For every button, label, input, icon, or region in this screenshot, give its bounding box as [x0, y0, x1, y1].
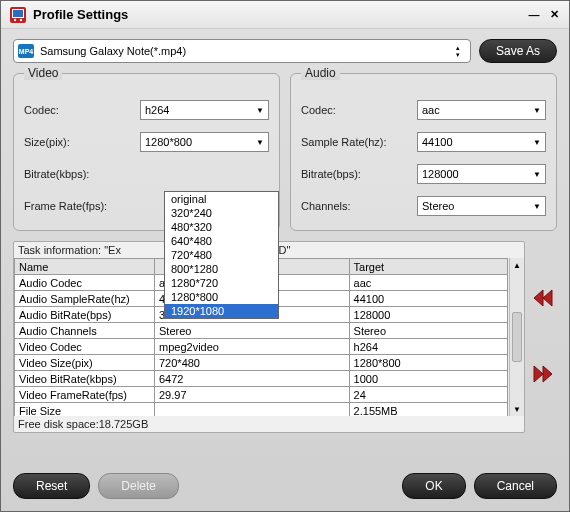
- scroll-up-icon[interactable]: ▲: [510, 258, 524, 272]
- table-cell: 720*480: [155, 355, 350, 371]
- chevron-down-icon: ▼: [533, 170, 541, 179]
- table-row: File Size2.155MB: [15, 403, 508, 417]
- profile-select-text: Samsung Galaxy Note(*.mp4): [40, 45, 450, 57]
- video-codec-value: h264: [145, 104, 169, 116]
- audio-bitrate-select[interactable]: 128000▼: [417, 164, 546, 184]
- table-header: Name: [15, 259, 155, 275]
- close-button[interactable]: ✕: [547, 8, 561, 22]
- table-cell: 128000: [349, 307, 507, 323]
- mp4-icon: MP4: [18, 44, 34, 58]
- ok-button[interactable]: OK: [402, 473, 465, 499]
- table-cell: 2.155MB: [349, 403, 507, 417]
- video-size-label: Size(pix):: [24, 136, 134, 148]
- size-option[interactable]: 1280*720: [165, 276, 278, 290]
- svg-point-3: [14, 18, 16, 20]
- reset-button[interactable]: Reset: [13, 473, 90, 499]
- audio-codec-select[interactable]: aac▼: [417, 100, 546, 120]
- table-header: Target: [349, 259, 507, 275]
- svg-rect-2: [13, 10, 23, 17]
- chevron-down-icon: ▼: [533, 138, 541, 147]
- table-cell: 6472: [155, 371, 350, 387]
- table-cell: 29.97: [155, 387, 350, 403]
- table-cell: Video Codec: [15, 339, 155, 355]
- titlebar: Profile Settings ― ✕: [1, 1, 569, 29]
- audio-codec-label: Codec:: [301, 104, 411, 116]
- size-option[interactable]: 480*320: [165, 220, 278, 234]
- audio-bitrate-value: 128000: [422, 168, 459, 180]
- chevron-down-icon: ▼: [533, 202, 541, 211]
- table-cell: 1280*800: [349, 355, 507, 371]
- audio-channels-label: Channels:: [301, 200, 411, 212]
- vertical-scrollbar[interactable]: ▲ ▼: [509, 258, 524, 416]
- svg-point-4: [20, 18, 22, 20]
- table-cell: 24: [349, 387, 507, 403]
- table-cell: h264: [349, 339, 507, 355]
- audio-samplerate-value: 44100: [422, 136, 453, 148]
- table-cell: Stereo: [349, 323, 507, 339]
- table-cell: Video BitRate(kbps): [15, 371, 155, 387]
- table-cell: [155, 403, 350, 417]
- window-title: Profile Settings: [33, 7, 521, 22]
- delete-button[interactable]: Delete: [98, 473, 179, 499]
- table-cell: Audio Codec: [15, 275, 155, 291]
- video-size-select[interactable]: 1280*800▼: [140, 132, 269, 152]
- video-bitrate-label: Bitrate(kbps):: [24, 168, 134, 180]
- chevron-updown-icon: ▴▾: [450, 45, 466, 58]
- audio-channels-select[interactable]: Stereo▼: [417, 196, 546, 216]
- next-arrow-icon[interactable]: [532, 364, 554, 386]
- table-cell: Audio BitRate(bps): [15, 307, 155, 323]
- table-row: Video Size(pix)720*4801280*800: [15, 355, 508, 371]
- table-row: Video BitRate(kbps)64721000: [15, 371, 508, 387]
- audio-legend: Audio: [301, 66, 340, 80]
- size-dropdown[interactable]: original320*240480*320640*480720*480800*…: [164, 191, 279, 319]
- scroll-thumb[interactable]: [512, 312, 522, 362]
- table-row: Video FrameRate(fps)29.9724: [15, 387, 508, 403]
- minimize-button[interactable]: ―: [527, 8, 541, 22]
- size-option[interactable]: 1920*1080: [165, 304, 278, 318]
- video-framerate-label: Frame Rate(fps):: [24, 200, 134, 212]
- video-size-value: 1280*800: [145, 136, 192, 148]
- chevron-down-icon: ▼: [256, 106, 264, 115]
- bottom-bar: Reset Delete OK Cancel: [1, 465, 569, 511]
- table-row: Audio ChannelsStereoStereo: [15, 323, 508, 339]
- table-cell: 1000: [349, 371, 507, 387]
- table-cell: Audio SampleRate(hz): [15, 291, 155, 307]
- audio-samplerate-select[interactable]: 44100▼: [417, 132, 546, 152]
- size-option[interactable]: original: [165, 192, 278, 206]
- prev-arrow-icon[interactable]: [532, 288, 554, 310]
- video-codec-select[interactable]: h264▼: [140, 100, 269, 120]
- window-body: MP4 Samsung Galaxy Note(*.mp4) ▴▾ Save A…: [1, 29, 569, 465]
- app-icon: [9, 6, 27, 24]
- free-disk-label: Free disk space:18.725GB: [14, 416, 524, 432]
- audio-codec-value: aac: [422, 104, 440, 116]
- table-row: Video Codecmpeg2videoh264: [15, 339, 508, 355]
- chevron-down-icon: ▼: [533, 106, 541, 115]
- table-cell: Stereo: [155, 323, 350, 339]
- table-cell: Video Size(pix): [15, 355, 155, 371]
- profile-select[interactable]: MP4 Samsung Galaxy Note(*.mp4) ▴▾: [13, 39, 471, 63]
- audio-fieldset: Audio Codec:aac▼ Sample Rate(hz):44100▼ …: [290, 73, 557, 231]
- save-as-button[interactable]: Save As: [479, 39, 557, 63]
- svg-marker-6: [543, 290, 552, 306]
- video-legend: Video: [24, 66, 62, 80]
- video-codec-label: Codec:: [24, 104, 134, 116]
- table-cell: aac: [349, 275, 507, 291]
- svg-marker-7: [534, 366, 543, 382]
- svg-marker-8: [543, 366, 552, 382]
- table-cell: Audio Channels: [15, 323, 155, 339]
- audio-samplerate-label: Sample Rate(hz):: [301, 136, 411, 148]
- size-option[interactable]: 320*240: [165, 206, 278, 220]
- table-cell: mpeg2video: [155, 339, 350, 355]
- audio-bitrate-label: Bitrate(bps):: [301, 168, 411, 180]
- size-option[interactable]: 720*480: [165, 248, 278, 262]
- table-cell: Video FrameRate(fps): [15, 387, 155, 403]
- audio-channels-value: Stereo: [422, 200, 454, 212]
- size-option[interactable]: 640*480: [165, 234, 278, 248]
- svg-marker-5: [534, 290, 543, 306]
- size-option[interactable]: 800*1280: [165, 262, 278, 276]
- table-cell: File Size: [15, 403, 155, 417]
- cancel-button[interactable]: Cancel: [474, 473, 557, 499]
- scroll-down-icon[interactable]: ▼: [510, 402, 524, 416]
- profile-settings-window: Profile Settings ― ✕ MP4 Samsung Galaxy …: [0, 0, 570, 512]
- size-option[interactable]: 1280*800: [165, 290, 278, 304]
